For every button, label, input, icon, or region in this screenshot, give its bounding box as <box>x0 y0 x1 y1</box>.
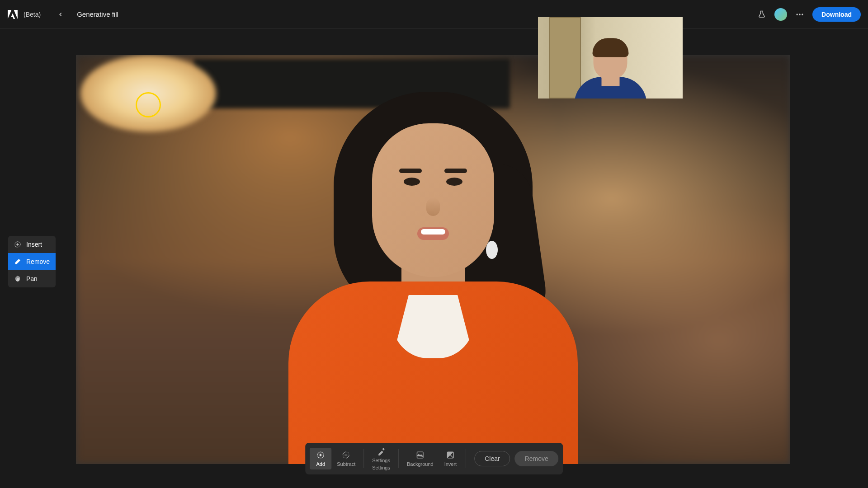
toolbar-divider <box>465 449 465 468</box>
header-left: (Beta) Generative fill <box>7 7 118 22</box>
beta-label: (Beta) <box>24 11 41 18</box>
canvas-area: Insert Remove Pan Add Subtract <box>0 29 868 488</box>
canvas-subject <box>275 65 591 464</box>
tool-insert-label: Insert <box>26 241 42 248</box>
svg-point-0 <box>797 14 798 15</box>
clear-button[interactable]: Clear <box>474 451 510 466</box>
adobe-logo-icon[interactable] <box>7 9 18 20</box>
svg-point-2 <box>802 14 803 15</box>
beaker-icon[interactable] <box>756 9 767 20</box>
select-background-label: Background <box>407 461 434 467</box>
brush-settings-label: Settings <box>372 458 390 463</box>
add-icon <box>316 450 325 460</box>
brush-settings-icon <box>377 447 386 456</box>
select-invert[interactable]: Invert <box>439 448 462 469</box>
svg-point-1 <box>799 14 800 15</box>
remove-button[interactable]: Remove <box>515 451 558 466</box>
more-icon[interactable] <box>794 10 805 19</box>
back-button[interactable] <box>53 7 68 22</box>
page-title: Generative fill <box>77 10 118 18</box>
webcam-overlay[interactable] <box>538 17 683 99</box>
download-button[interactable]: Download <box>812 7 861 22</box>
webcam-person <box>594 42 627 80</box>
tool-pan-label: Pan <box>26 275 38 282</box>
eraser-icon <box>14 258 22 266</box>
tool-pan[interactable]: Pan <box>8 270 56 287</box>
brush-subtract[interactable]: Subtract <box>331 448 361 469</box>
image-canvas[interactable] <box>76 55 790 464</box>
user-avatar[interactable] <box>774 8 787 21</box>
side-toolbar: Insert Remove Pan <box>8 236 56 287</box>
subtract-icon <box>342 450 351 460</box>
hand-icon <box>14 275 22 283</box>
app-header: (Beta) Generative fill Download <box>0 0 868 29</box>
tool-remove-label: Remove <box>26 258 50 265</box>
toolbar-divider <box>363 449 364 468</box>
select-invert-label: Invert <box>444 461 457 467</box>
invert-icon <box>446 450 455 460</box>
insert-icon <box>14 240 22 249</box>
brush-add[interactable]: Add <box>310 448 331 469</box>
select-background[interactable]: Background <box>401 448 439 469</box>
tool-insert[interactable]: Insert <box>8 236 56 253</box>
tool-remove[interactable]: Remove <box>8 253 56 270</box>
header-right: Download <box>756 7 861 22</box>
toolbar-divider <box>398 449 399 468</box>
bottom-toolbar: Add Subtract Settings Settings Backgroun… <box>305 443 563 474</box>
brush-add-label: Add <box>316 461 325 467</box>
background-icon <box>415 450 425 460</box>
brush-subtract-label: Subtract <box>337 461 355 467</box>
brush-settings-label: Settings <box>372 465 390 470</box>
brush-settings[interactable]: Settings Settings <box>367 444 396 473</box>
